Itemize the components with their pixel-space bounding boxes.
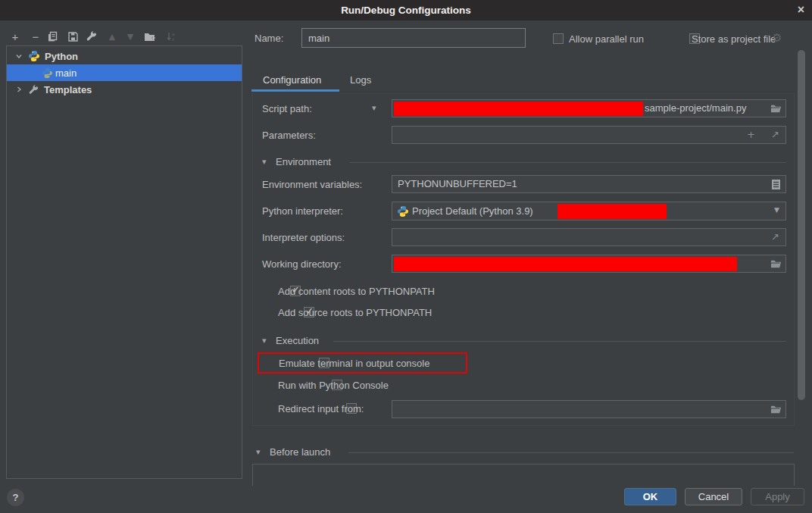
help-icon: ?: [13, 492, 19, 503]
svg-text:a: a: [172, 32, 175, 36]
tree-item-main[interactable]: main: [7, 64, 242, 81]
close-icon[interactable]: ×: [798, 3, 804, 17]
python-icon: [42, 67, 53, 79]
add-macro-icon[interactable]: +: [747, 129, 755, 140]
allow-parallel-run-label[interactable]: Allow parallel run: [569, 33, 644, 45]
redaction-box: [394, 257, 737, 271]
folder-icon[interactable]: [770, 104, 782, 114]
remove-configuration-button[interactable]: −: [29, 30, 42, 43]
configurations-tree: Python main Templates: [6, 45, 242, 479]
minus-icon: −: [33, 30, 39, 43]
wrench-icon: [86, 30, 98, 42]
environment-variables-field[interactable]: PYTHONUNBUFFERED=1: [392, 175, 786, 193]
python-icon: [28, 50, 40, 62]
wrench-icon: [28, 84, 39, 95]
save-configuration-button[interactable]: [66, 30, 80, 43]
environment-section-title[interactable]: Environment: [276, 156, 331, 167]
cancel-button[interactable]: Cancel: [685, 488, 742, 505]
script-path-field[interactable]: sample-project/main.py: [392, 99, 786, 117]
emulate-terminal-label[interactable]: Emulate terminal in output console: [279, 358, 429, 369]
parameters-label: Parameters:: [262, 130, 316, 141]
execution-collapse-icon[interactable]: ▾: [262, 336, 267, 346]
tree-item-python[interactable]: Python: [7, 48, 242, 64]
run-with-python-console-label[interactable]: Run with Python Console: [278, 380, 389, 391]
redaction-box: [557, 204, 667, 219]
tree-item-label: main: [55, 67, 77, 79]
svg-text:z: z: [172, 37, 174, 42]
tree-item-label: Templates: [44, 84, 92, 95]
tab-logs[interactable]: Logs: [350, 74, 371, 86]
section-divider: [333, 341, 786, 342]
name-input[interactable]: [301, 28, 526, 48]
copy-icon: [47, 31, 58, 42]
vertical-scrollbar[interactable]: [798, 50, 805, 400]
redirect-input-field[interactable]: [392, 400, 786, 418]
move-down-button: ▼: [123, 30, 137, 43]
folder-icon[interactable]: [770, 405, 782, 414]
chevron-down-icon[interactable]: [13, 52, 25, 60]
script-path-value: sample-project/main.py: [645, 102, 746, 114]
ok-button[interactable]: OK: [624, 488, 676, 505]
store-as-project-file-label[interactable]: Store as project file: [692, 33, 776, 45]
environment-collapse-icon[interactable]: ▾: [262, 157, 267, 167]
move-up-button: ▲: [105, 30, 119, 43]
redaction-box: [394, 102, 643, 116]
expand-icon[interactable]: ↗: [771, 231, 779, 242]
run-debug-configurations-dialog: Run/Debug Configurations × + − ▲ ▼ az Py…: [0, 0, 812, 513]
dialog-title: Run/Debug Configurations: [341, 5, 471, 16]
sort-az-icon: az: [166, 31, 176, 42]
parameters-field[interactable]: + ↗: [392, 126, 786, 144]
before-launch-task-list[interactable]: [252, 464, 795, 486]
sort-configurations-button: az: [164, 30, 178, 43]
allow-parallel-run-checkbox[interactable]: [553, 33, 564, 44]
tab-configuration[interactable]: Configuration: [263, 74, 321, 86]
browse-variables-icon[interactable]: [771, 179, 781, 190]
edit-templates-button[interactable]: [85, 30, 98, 43]
environment-variables-label: Environment variables:: [262, 179, 362, 190]
before-launch-section-title[interactable]: Before launch: [270, 446, 330, 458]
before-launch-collapse-icon[interactable]: ▾: [256, 447, 261, 457]
arrow-up-icon: ▲: [109, 32, 115, 42]
plus-icon: +: [12, 30, 19, 43]
add-configuration-button[interactable]: +: [8, 30, 22, 43]
add-source-roots-label[interactable]: Add source roots to PYTHONPATH: [278, 307, 432, 318]
name-label: Name:: [255, 33, 283, 44]
folder-icon[interactable]: [770, 259, 782, 269]
section-divider: [348, 452, 794, 453]
python-interpreter-label: Python interpreter:: [262, 205, 343, 217]
help-button[interactable]: ?: [7, 489, 24, 506]
python-interpreter-combobox[interactable]: Project Default (Python 3.9) ▼: [392, 202, 786, 221]
environment-variables-value: PYTHONUNBUFFERED=1: [398, 178, 517, 189]
interpreter-options-label: Interpreter options:: [262, 232, 345, 243]
execution-section-title[interactable]: Execution: [276, 335, 319, 346]
add-content-roots-label[interactable]: Add content roots to PYTHONPATH: [278, 286, 435, 297]
section-divider: [350, 162, 786, 163]
redirect-input-label[interactable]: Redirect input from:: [278, 403, 364, 414]
gear-icon[interactable]: ⚙: [772, 31, 782, 45]
script-path-label: Script path:: [262, 103, 312, 114]
interpreter-options-field[interactable]: ↗: [392, 228, 786, 246]
script-path-dropdown-icon[interactable]: ▾: [372, 103, 376, 113]
tree-item-templates[interactable]: Templates: [7, 81, 242, 98]
chevron-right-icon[interactable]: [13, 86, 25, 93]
expand-icon[interactable]: ↗: [771, 129, 779, 140]
title-bar: Run/Debug Configurations ×: [0, 0, 812, 20]
new-folder-button[interactable]: [143, 30, 157, 43]
tree-item-label: Python: [45, 51, 78, 62]
apply-button[interactable]: Apply: [751, 488, 804, 505]
working-directory-field[interactable]: [392, 255, 786, 273]
combobox-arrow-icon[interactable]: ▼: [774, 206, 779, 214]
copy-configuration-button[interactable]: [45, 30, 59, 43]
python-icon: [397, 205, 409, 217]
folder-add-icon: [144, 31, 156, 42]
python-interpreter-value: Project Default (Python 3.9): [412, 205, 533, 217]
working-directory-label: Working directory:: [262, 258, 342, 270]
save-icon: [67, 31, 79, 42]
arrow-down-icon: ▼: [127, 32, 133, 42]
